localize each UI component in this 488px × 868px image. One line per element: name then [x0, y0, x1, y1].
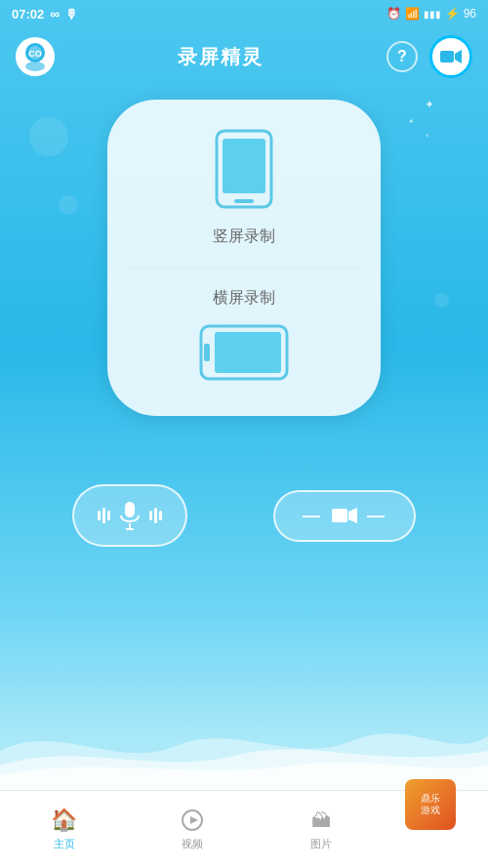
svg-point-1: [25, 62, 45, 71]
nav-photo[interactable]: 🏔 图片: [293, 800, 349, 859]
portrait-phone-icon: [213, 129, 275, 213]
wave-bar-6: [159, 511, 162, 520]
svg-rect-4: [440, 51, 454, 62]
video-nav-icon: [181, 808, 204, 832]
mic-button[interactable]: [72, 484, 187, 547]
app-logo[interactable]: CO: [16, 37, 55, 76]
wave-left: [98, 508, 110, 523]
infinity-icon: ∞: [50, 6, 60, 21]
svg-marker-16: [348, 508, 357, 523]
dash-right: —: [367, 506, 386, 526]
landscape-phone-svg: [199, 322, 289, 383]
nav-more[interactable]: 鼎乐游戏: [421, 822, 452, 838]
help-button[interactable]: ?: [386, 41, 418, 72]
wave-right: [149, 508, 162, 523]
voice-icon: 🎙: [65, 7, 78, 21]
main-content: 竖屏录制 横屏录制: [0, 90, 488, 416]
video-icon: [180, 807, 205, 833]
play-record-button[interactable]: — —: [273, 490, 416, 542]
app-title: 录屏精灵: [178, 44, 264, 70]
svg-marker-18: [190, 816, 198, 824]
nav-video[interactable]: 视频: [164, 800, 221, 859]
watermark-logo: 鼎乐游戏: [405, 779, 456, 830]
landscape-record-section[interactable]: 横屏录制: [107, 269, 381, 416]
wifi-icon: 📶: [405, 7, 420, 21]
time-display: 07:02: [12, 7, 44, 21]
svg-rect-11: [204, 344, 210, 361]
status-left: 07:02 ∞ 🎙: [12, 6, 78, 21]
battery-level: 96: [464, 7, 476, 21]
charging-icon: ⚡: [445, 7, 460, 21]
record-mode-card: 竖屏录制 横屏录制: [107, 100, 381, 416]
watermark-text: 鼎乐游戏: [421, 793, 440, 816]
app-header: CO 录屏精灵 ?: [0, 27, 488, 90]
signal-icon: ▮▮▮: [424, 9, 441, 20]
record-shortcut-button[interactable]: [429, 35, 472, 78]
microphone-icon: [118, 500, 142, 531]
nav-photo-label: 图片: [310, 837, 332, 851]
wave-bar-5: [154, 508, 157, 523]
svg-rect-10: [215, 332, 281, 373]
help-icon: ?: [397, 48, 407, 65]
wave-bar-1: [98, 511, 101, 520]
portrait-record-section[interactable]: 竖屏录制: [107, 100, 381, 268]
clock-icon: ⏰: [386, 7, 401, 21]
status-bar: 07:02 ∞ 🎙 ⏰ 📶 ▮▮▮ ⚡ 96: [0, 0, 488, 27]
video-record-icon: [440, 48, 462, 65]
bottom-navigation: 🏠 主页 视频 🏔 图片 鼎乐游戏: [0, 790, 488, 868]
portrait-label: 竖屏录制: [213, 227, 275, 247]
wave-bar-3: [107, 511, 110, 520]
status-right: ⏰ 📶 ▮▮▮ ⚡ 96: [386, 7, 476, 21]
home-icon: 🏠: [52, 807, 77, 833]
svg-rect-12: [125, 502, 135, 517]
svg-marker-5: [455, 50, 462, 63]
nav-home[interactable]: 🏠 主页: [36, 800, 93, 859]
wave-bar-4: [149, 511, 152, 520]
wave-bar-2: [102, 508, 105, 523]
play-video-icon: [332, 506, 357, 525]
nav-video-label: 视频: [182, 837, 203, 851]
nav-home-label: 主页: [54, 837, 75, 851]
bottom-controls: — —: [0, 445, 488, 576]
landscape-phone-icon: [199, 322, 289, 387]
logo-icon: CO: [18, 39, 53, 74]
svg-rect-15: [332, 509, 347, 522]
svg-text:CO: CO: [28, 49, 42, 59]
dash-left: —: [303, 506, 322, 526]
photo-icon: 🏔: [308, 807, 334, 833]
landscape-label: 横屏录制: [213, 288, 275, 309]
header-icons: ?: [386, 35, 472, 78]
portrait-phone-svg: [213, 129, 275, 209]
svg-rect-8: [234, 199, 254, 203]
svg-rect-7: [223, 139, 265, 193]
